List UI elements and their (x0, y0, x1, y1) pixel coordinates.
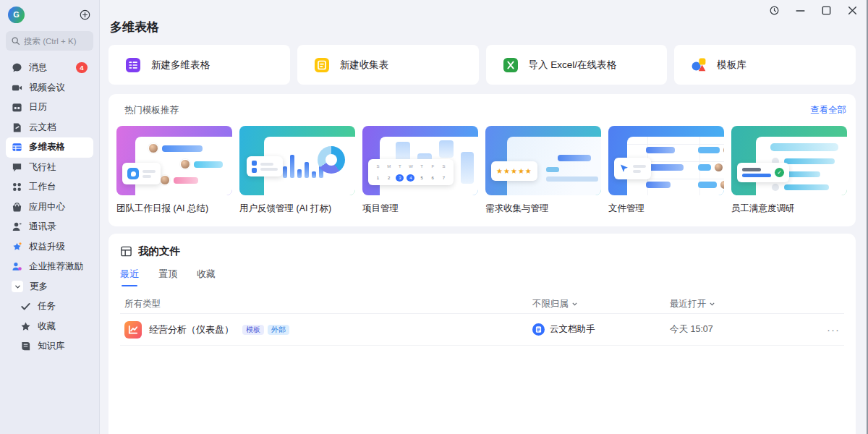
sidebar-item-more[interactable]: 更多 (6, 277, 93, 297)
history-icon[interactable] (769, 5, 780, 16)
template-title: 团队工作日报 (AI 总结) (116, 203, 232, 215)
app-window: G 消息 4 视频会议 日历 云 (0, 0, 868, 434)
templates-header: 热门模板推荐 查看全部 (116, 104, 848, 116)
check-icon (20, 301, 31, 312)
sidebar-item-video-meetings[interactable]: 视频会议 (6, 78, 93, 98)
sidebar-item-contacts[interactable]: 通讯录 (6, 217, 93, 237)
sidebar-item-community[interactable]: 飞行社 (6, 158, 93, 178)
new-form-button[interactable]: 新建收集表 (297, 45, 479, 85)
opened-filter[interactable]: 最近打开 (670, 298, 715, 310)
window-controls (769, 5, 858, 16)
template-tag: 模板 (242, 325, 264, 335)
template-title: 员工满意度调研 (731, 203, 847, 215)
hot-templates-section: 热门模板推荐 查看全部 团队工作日报 (AI 总结) (109, 94, 856, 226)
opened-time: 今天 15:07 (670, 323, 811, 336)
wiki-icon (20, 341, 31, 352)
column-all-types: 所有类型 (120, 298, 532, 310)
owner-avatar (532, 323, 545, 336)
template-card-file-management[interactable]: 文件管理 (608, 126, 724, 215)
check-circle-icon: ✓ (775, 168, 784, 177)
chevron-down-icon (709, 301, 715, 307)
app-center-icon (12, 202, 22, 213)
template-thumbnail (608, 126, 724, 195)
sidebar-nav: 消息 4 视频会议 日历 云文档 多维表格 飞行社 (6, 58, 93, 357)
sidebar-item-favorites[interactable]: 收藏 (6, 317, 93, 337)
external-tag: 外部 (268, 325, 289, 335)
page-title: 多维表格 (110, 19, 867, 35)
sidebar-item-docs[interactable]: 云文档 (6, 118, 93, 138)
my-files-section: 我的文件 最近 置顶 收藏 所有类型 不限归属 最近打开 经营分析（仪表盘） (109, 234, 856, 434)
search-field[interactable] (24, 37, 88, 46)
bitable-icon (12, 142, 22, 153)
view-all-link[interactable]: 查看全部 (810, 104, 846, 116)
my-files-tabs: 最近 置顶 收藏 (120, 268, 844, 286)
sidebar-item-app-center[interactable]: 应用中心 (6, 197, 93, 218)
sidebar-item-bitable[interactable]: 多维表格 (6, 137, 93, 158)
sidebar-item-calendar[interactable]: 日历 (6, 98, 93, 118)
quick-actions: 新建多维表格 新建收集表 导入 Excel/在线表格 模板库 (109, 45, 856, 85)
template-thumbnail: ✓ (731, 126, 847, 195)
template-cards: 团队工作日报 (AI 总结) 用户反馈管理 (AI 打标) (116, 126, 848, 215)
plus-icon[interactable] (79, 9, 91, 21)
template-card-team-daily-report[interactable]: 团队工作日报 (AI 总结) (116, 126, 232, 215)
sidebar-item-referral[interactable]: 企业推荐激励 (6, 257, 93, 277)
chevron-down-icon (571, 301, 578, 307)
mini-calendar: SMTWTFS 1234567 (368, 159, 454, 185)
template-card-project-management[interactable]: SMTWTFS 1234567 项目管理 (362, 126, 478, 215)
sidebar-top: G (6, 5, 93, 24)
template-card-requirements[interactable]: ★★★★★ 需求收集与管理 (485, 126, 601, 215)
sidebar-item-workbench[interactable]: 工作台 (6, 177, 93, 197)
video-icon (12, 82, 22, 93)
maximize-icon[interactable] (821, 5, 832, 16)
sidebar-item-upgrade[interactable]: 权益升级 (6, 237, 93, 258)
avatar-letter: G (13, 10, 20, 19)
owner-filter[interactable]: 不限归属 (532, 298, 578, 310)
sidebar-item-messages[interactable]: 消息 4 (6, 58, 93, 78)
main-content: 多维表格 新建多维表格 新建收集表 导入 Excel/在线表格 模板库 (100, 0, 867, 434)
star-icon (20, 321, 31, 332)
tab-pinned[interactable]: 置顶 (158, 268, 177, 286)
calendar-icon (12, 102, 22, 113)
workbench-icon (12, 182, 22, 192)
referral-icon (12, 261, 22, 272)
avatar[interactable]: G (8, 7, 25, 23)
file-name: 经营分析（仪表盘） (149, 323, 234, 336)
template-library-button[interactable]: 模板库 (674, 45, 856, 85)
template-card-user-feedback[interactable]: 用户反馈管理 (AI 打标) (239, 126, 355, 215)
template-title: 用户反馈管理 (AI 打标) (239, 203, 355, 215)
new-form-icon (313, 56, 331, 74)
docs-icon (12, 122, 22, 133)
dashboard-file-icon (124, 321, 142, 339)
template-thumbnail (116, 126, 232, 195)
new-bitable-icon (124, 56, 142, 74)
search-icon (11, 36, 20, 46)
sidebar: G 消息 4 视频会议 日历 云 (0, 0, 100, 434)
cursor-icon (619, 163, 629, 174)
import-excel-button[interactable]: 导入 Excel/在线表格 (486, 45, 668, 85)
new-bitable-button[interactable]: 新建多维表格 (109, 45, 290, 85)
chat-icon (12, 62, 22, 73)
tab-recent[interactable]: 最近 (120, 268, 139, 286)
excel-import-icon (502, 56, 519, 74)
sidebar-item-wiki[interactable]: 知识库 (6, 336, 93, 357)
template-title: 项目管理 (362, 203, 478, 215)
template-library-icon (690, 56, 707, 74)
grid-table-icon (120, 245, 132, 258)
minimize-icon[interactable] (795, 5, 806, 16)
close-icon[interactable] (847, 5, 858, 16)
templates-title: 热门模板推荐 (124, 104, 179, 116)
tab-favorites[interactable]: 收藏 (197, 268, 216, 286)
chevron-down-icon (12, 281, 23, 292)
rating-stars: ★★★★★ (496, 168, 532, 175)
more-actions-icon[interactable]: ··· (827, 323, 840, 336)
sidebar-item-tasks[interactable]: 任务 (6, 297, 93, 317)
template-title: 需求收集与管理 (485, 203, 601, 215)
file-row[interactable]: 经营分析（仪表盘） 模板 外部 云文档助手 今天 15:07 ··· (120, 314, 844, 346)
template-thumbnail: SMTWTFS 1234567 (362, 126, 478, 195)
community-icon (12, 162, 22, 173)
my-files-title: 我的文件 (138, 244, 180, 258)
search-input[interactable] (6, 31, 93, 51)
my-files-header: 我的文件 (120, 244, 844, 258)
unread-badge: 4 (76, 62, 88, 73)
template-card-employee-survey[interactable]: ✓ 员工满意度调研 (731, 126, 847, 215)
